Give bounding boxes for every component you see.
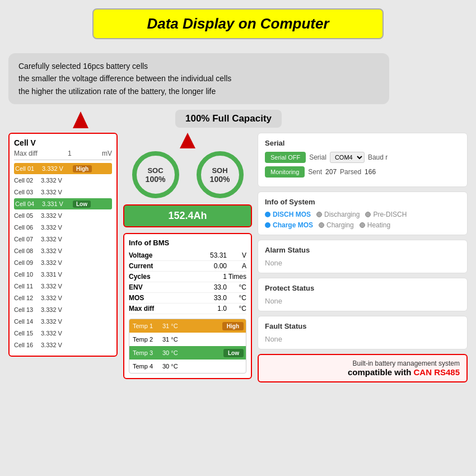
cell-name: Cell 12 bbox=[14, 295, 41, 301]
soh-label: SOH bbox=[210, 166, 230, 175]
cell-value: 3.332 V bbox=[41, 295, 72, 301]
bms-key: Voltage bbox=[129, 251, 174, 259]
arrow-up-left bbox=[73, 111, 88, 128]
discharging-item: Discharging bbox=[316, 211, 360, 218]
serial-card: Serial Serial OFF Serial COM4 Baud r Mon… bbox=[258, 133, 468, 187]
temp-name: Temp 3 bbox=[129, 349, 160, 356]
temp-value: 31 °C bbox=[160, 323, 222, 329]
bms-panel: Info of BMS Voltage53.31VCurrent0.00ACyc… bbox=[123, 233, 252, 379]
system-row-1: DISCH MOS Discharging Pre-DISCH bbox=[265, 211, 460, 218]
fault-status-title: Fault Status bbox=[265, 322, 460, 330]
predisch-dot bbox=[365, 212, 371, 217]
cell-name: Cell 07 bbox=[14, 236, 41, 242]
cell-name: Cell 10 bbox=[14, 271, 41, 278]
gauge-row: SOC 100% SOH 100% bbox=[123, 150, 252, 200]
alarm-status-value: None bbox=[265, 259, 460, 267]
system-row-2: Charge MOS Charging Heating bbox=[265, 221, 460, 229]
temp-value: 30 °C bbox=[160, 363, 246, 370]
bms-unit: °C bbox=[227, 283, 246, 291]
cell-name: Cell 05 bbox=[14, 212, 41, 219]
desc-line1: Carefully selected 16pcs battery cells bbox=[18, 62, 148, 71]
serial-title: Serial bbox=[265, 139, 460, 147]
serial-off-button[interactable]: Serial OFF bbox=[265, 152, 306, 163]
bms-row: MOS33.0°C bbox=[129, 293, 246, 304]
desc-line3: the higher the utilization rate of the b… bbox=[18, 87, 216, 96]
cell-value: 3.332 V bbox=[41, 330, 72, 337]
temp-row: Temp 131 °CHigh bbox=[129, 319, 246, 333]
temp-name: Temp 4 bbox=[129, 363, 160, 370]
sent-value: 207 bbox=[325, 168, 337, 176]
bms-title: Info of BMS bbox=[129, 239, 246, 247]
discharging-label: Discharging bbox=[324, 211, 360, 218]
serial-select[interactable]: COM4 bbox=[330, 152, 365, 163]
soc-value: 100% bbox=[146, 175, 166, 184]
cell-row: Cell 093.332 V bbox=[14, 257, 112, 268]
temp-badge: Low bbox=[223, 349, 244, 357]
cell-value: 3.332 V bbox=[41, 177, 72, 184]
cell-value: 3.332 V bbox=[41, 189, 72, 195]
disch-mos-label: DISCH MOS bbox=[273, 211, 311, 218]
bms-key: Cycles bbox=[129, 273, 174, 281]
monitoring-button[interactable]: Monitoring bbox=[265, 166, 305, 178]
max-diff-row: Max diff 1 mV bbox=[14, 150, 112, 160]
bms-value: 1 bbox=[174, 273, 227, 281]
cell-value: 3.332 V bbox=[41, 318, 72, 325]
cell-row: Cell 163.332 V bbox=[14, 339, 112, 351]
title-row: Data Display on Computer bbox=[8, 8, 468, 48]
predisch-item: Pre-DISCH bbox=[365, 211, 407, 218]
note-line2-pre: compatible with bbox=[348, 367, 414, 377]
cell-row: Cell 043.331 VLow bbox=[14, 198, 112, 209]
temp-name: Temp 2 bbox=[129, 336, 160, 343]
bms-value: 0.00 bbox=[174, 262, 227, 270]
charge-mos-label: Charge MOS bbox=[273, 221, 313, 229]
bms-value: 33.0 bbox=[174, 283, 227, 291]
bms-key: Current bbox=[129, 262, 174, 270]
bms-row: Current0.00A bbox=[129, 261, 246, 272]
serial-row-1: Serial OFF Serial COM4 Baud r bbox=[265, 152, 460, 163]
cell-badge: High bbox=[73, 165, 92, 172]
max-diff-unit: mV bbox=[102, 150, 112, 157]
cell-row: Cell 073.332 V bbox=[14, 234, 112, 245]
alarm-status-card: Alarm Status None bbox=[258, 240, 468, 273]
bottom-note: Built-in battery management system compa… bbox=[258, 354, 468, 382]
bms-unit: °C bbox=[227, 305, 246, 312]
capacity-bar: 152.4Ah bbox=[123, 204, 252, 227]
cell-value: 3.332 V bbox=[41, 306, 72, 313]
fault-status-card: Fault Status None bbox=[258, 316, 468, 349]
cell-row: Cell 033.332 V bbox=[14, 186, 112, 198]
bms-key: Max diff bbox=[129, 305, 174, 312]
temp-row: Temp 231 °C bbox=[129, 333, 246, 346]
charging-label: Charging bbox=[326, 221, 354, 229]
charging-item: Charging bbox=[319, 221, 354, 229]
soc-gauge-text: SOC 100% bbox=[146, 166, 166, 184]
cell-row: Cell 083.332 V bbox=[14, 245, 112, 256]
bms-unit: Times bbox=[227, 273, 246, 281]
cell-badge: Low bbox=[73, 200, 91, 208]
protect-status-title: Protect Status bbox=[265, 284, 460, 292]
parsed-label: Parsed bbox=[340, 168, 361, 176]
cell-name: Cell 04 bbox=[15, 200, 42, 207]
cell-row: Cell 023.332 V bbox=[14, 175, 112, 186]
discharging-dot bbox=[316, 212, 322, 217]
heating-label: Heating bbox=[367, 221, 390, 229]
title-banner: Data Display on Computer bbox=[92, 8, 384, 39]
cell-name: Cell 14 bbox=[14, 318, 41, 325]
cell-name: Cell 11 bbox=[14, 283, 41, 290]
bms-value: 33.0 bbox=[174, 294, 227, 302]
bms-rows-container: Voltage53.31VCurrent0.00ACycles1TimesENV… bbox=[129, 250, 246, 314]
cell-rows-container: Cell 013.332 VHighCell 023.332 VCell 033… bbox=[14, 163, 112, 351]
serial-row-2: Monitoring Sent 207 Parsed 166 bbox=[265, 166, 460, 178]
bms-row: Cycles1Times bbox=[129, 272, 246, 282]
alarm-status-title: Alarm Status bbox=[265, 246, 460, 254]
temp-row: Temp 430 °C bbox=[129, 360, 246, 373]
temp-row: Temp 330 °CLow bbox=[129, 346, 246, 360]
cell-value: 3.331 V bbox=[42, 200, 73, 207]
cell-value: 3.332 V bbox=[41, 236, 72, 242]
charge-mos-dot bbox=[265, 222, 270, 228]
system-info-card: Info of System DISCH MOS Discharging Pre… bbox=[258, 192, 468, 235]
soc-gauge: SOC 100% bbox=[130, 150, 181, 200]
cell-panel-title: Cell V bbox=[14, 138, 112, 147]
cell-row: Cell 053.332 V bbox=[14, 210, 112, 221]
note-line2: compatible with CAN RS485 bbox=[265, 367, 460, 377]
fault-status-value: None bbox=[265, 335, 460, 343]
